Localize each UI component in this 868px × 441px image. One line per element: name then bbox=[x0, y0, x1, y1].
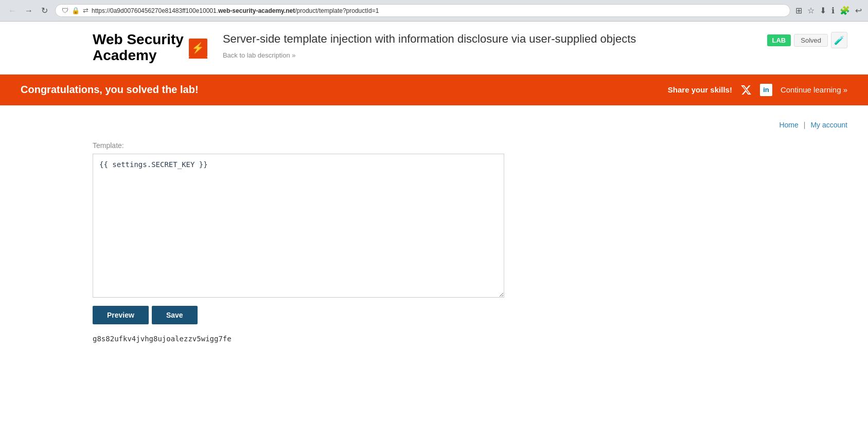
home-link[interactable]: Home bbox=[779, 121, 798, 129]
result-text: g8s82ufkv4jvhg8ujoalezzv5wigg7fe bbox=[93, 335, 847, 343]
page-header: Web SecurityAcademy ⚡ Server-side templa… bbox=[0, 22, 868, 75]
forward-button[interactable]: → bbox=[22, 5, 36, 16]
logo-icon: ⚡ bbox=[189, 39, 207, 57]
share-text: Share your skills! bbox=[668, 85, 732, 94]
continue-learning-link[interactable]: Continue learning » bbox=[781, 85, 847, 94]
template-textarea[interactable] bbox=[93, 154, 504, 298]
lab-title: Server-side template injection with info… bbox=[223, 32, 757, 47]
back-button[interactable]: ← bbox=[5, 5, 20, 16]
linkedin-icon[interactable]: in bbox=[760, 84, 772, 96]
lab-info: Server-side template injection with info… bbox=[223, 32, 757, 59]
top-nav: Home | My account bbox=[93, 116, 847, 129]
lock-icon: 🔒 bbox=[72, 7, 80, 14]
save-button[interactable]: Save bbox=[152, 306, 198, 324]
banner-right: Share your skills! in Continue learning … bbox=[668, 84, 847, 96]
main-content: Home | My account Template: Preview Save… bbox=[0, 105, 868, 363]
template-label: Template: bbox=[93, 141, 847, 150]
refresh-button[interactable]: ↻ bbox=[38, 5, 51, 16]
logo-area: Web SecurityAcademy ⚡ bbox=[93, 32, 207, 64]
lab-label: LAB bbox=[767, 34, 791, 46]
success-banner: Congratulations, you solved the lab! Sha… bbox=[0, 75, 868, 105]
browser-actions: ⊞ ☆ ⬇ ℹ 🧩 ↩ bbox=[794, 5, 863, 16]
nav-separator: | bbox=[804, 121, 806, 129]
flask-icon[interactable]: 🧪 bbox=[831, 32, 847, 48]
url-display: https://0a9d00760456270e81483ff100e10001… bbox=[92, 7, 379, 14]
qr-icon[interactable]: ⊞ bbox=[794, 5, 803, 16]
star-icon[interactable]: ☆ bbox=[806, 5, 816, 16]
nav-buttons: ← → ↻ bbox=[5, 5, 51, 16]
address-bar[interactable]: 🛡 🔒 ⇄ https://0a9d00760456270e81483ff100… bbox=[55, 4, 790, 17]
preview-button[interactable]: Preview bbox=[93, 306, 149, 324]
browser-chrome: ← → ↻ 🛡 🔒 ⇄ https://0a9d00760456270e8148… bbox=[0, 0, 868, 22]
my-account-link[interactable]: My account bbox=[810, 121, 847, 129]
solved-label: Solved bbox=[794, 34, 828, 47]
connection-icon: ⇄ bbox=[83, 7, 88, 14]
profile-icon[interactable]: ↩ bbox=[854, 5, 863, 16]
twitter-icon[interactable] bbox=[740, 84, 752, 96]
success-message: Congratulations, you solved the lab! bbox=[21, 84, 199, 96]
extensions-icon[interactable]: 🧩 bbox=[839, 5, 851, 16]
lab-badge: LAB Solved 🧪 bbox=[767, 32, 847, 48]
button-row: Preview Save bbox=[93, 306, 847, 324]
download-icon[interactable]: ⬇ bbox=[819, 5, 827, 16]
logo-text: Web SecurityAcademy bbox=[93, 32, 184, 64]
back-to-lab-link[interactable]: Back to lab description » bbox=[223, 51, 296, 59]
shield-icon: 🛡 bbox=[62, 7, 68, 14]
info-icon[interactable]: ℹ bbox=[830, 5, 836, 16]
